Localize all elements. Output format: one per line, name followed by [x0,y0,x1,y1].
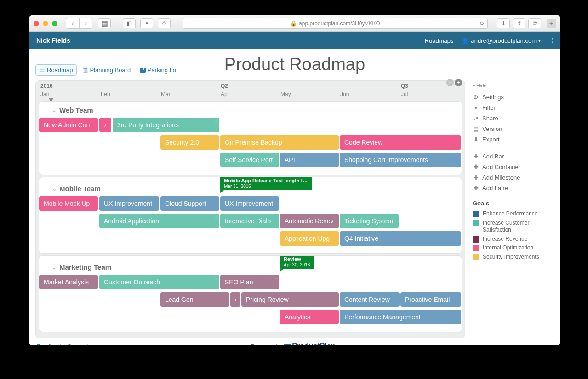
swatch-icon [473,254,479,260]
bar-new-admin[interactable]: New Admin Con [39,118,98,132]
timeline-header: 2016 Q2 Q3 Jan Feb Mar Apr May Jun Jul [36,81,465,99]
milestone-review[interactable]: Review Apr 30, 2016 [280,255,314,269]
address-bar[interactable]: 🔒 app.productplan.com/3H0yVKKO ⟳ [183,18,488,29]
content-area: − + 2016 Q2 Q3 Jan Feb Mar Apr May Jun J… [29,80,560,338]
bar-backup[interactable]: On Premise Backup [220,135,339,150]
user-icon: 👤 [462,37,469,44]
sidebar-add-container[interactable]: ✚Add Container [473,162,553,172]
goal-optimization[interactable]: Internal Optimization [473,243,553,253]
bar-shopping[interactable]: Shopping Cart Improvements [340,153,461,167]
roadmaps-link[interactable]: Roadmaps [425,37,454,44]
bar-new-admin-expand[interactable]: › [99,118,111,132]
swatch-icon [473,220,479,226]
lane-title-mobile-label: Mobile Team [59,185,101,192]
sidebar-settings[interactable]: ⚙Settings [473,92,553,102]
warning-icon[interactable]: ⚠ [158,18,171,28]
sidebar-add-milestone[interactable]: ✚Add Milestone [473,172,553,183]
bar-q4-initiative[interactable]: Q4 Initiative [340,231,461,246]
plus-icon: ✚ [473,185,479,192]
sidebar-share[interactable]: ↗Share [473,113,553,124]
sidebar-filter[interactable]: ▾Filter [473,102,553,113]
plus-icon: ✚ [473,164,479,170]
goal-revenue[interactable]: Increase Revenue [473,235,553,244]
bar-code-review[interactable]: Code Review [340,135,461,150]
bar-lead-gen[interactable]: Lead Gen [160,292,229,307]
tab-planning-board[interactable]: ▥ Planning Board [79,65,134,75]
tab-overview-button[interactable]: ▦ [98,18,111,28]
goals-heading: Goals [473,200,553,207]
bar-content-review[interactable]: Content Review [340,292,400,307]
window-controls [34,21,57,26]
sidebar-add-lane[interactable]: ✚Add Lane [473,183,553,193]
tabs-icon[interactable]: ⧉ [528,18,541,28]
bar-lead-gen-expand[interactable]: › [230,292,240,307]
lane-marketing-team: Review Apr 30, 2016 ⌄ Marketing Team Mar… [39,255,462,332]
reload-icon[interactable]: ⟳ [480,20,485,27]
milestone-title: Review [284,256,310,262]
wand-icon[interactable]: ✦ [140,18,153,28]
user-menu[interactable]: 👤 andre@productplan.com ▾ [462,37,541,44]
bar-api[interactable]: API [280,153,339,167]
fullscreen-button[interactable]: ⛶ [547,37,553,44]
nav-buttons: ‹ › [66,18,92,29]
goal-performance[interactable]: Enhance Performance [473,209,553,219]
lane-title-web[interactable]: ⌄ Web Team [39,105,462,118]
bar-security[interactable]: Security 2.0 [160,135,219,150]
bar-customer-outreach[interactable]: Customer Outreach≡ [99,275,219,289]
bar-mobile-mockup[interactable]: Mobile Mock Up [39,196,98,211]
bar-analytics[interactable]: Analytics [280,310,339,324]
support-link[interactable]: Support [68,343,89,345]
month-jul: Jul [401,91,408,97]
gear-icon: ⚙ [473,94,479,101]
year-label: 2016 [40,83,53,89]
goal-customer-sat[interactable]: Increase Customer Satisfaction [473,219,553,235]
footer-center: Powered by ProductPlan [88,342,498,345]
lock-icon: 🔒 [290,20,297,27]
bar-proactive-email[interactable]: Proactive Email [400,292,461,307]
milestone-mobile-release[interactable]: Mobile App Release Test length f… Mar 31… [220,177,312,190]
lane-title-marketing[interactable]: ⌄ Marketing Team [39,260,462,275]
hide-sidebar-button[interactable]: ▸ Hide [473,82,553,88]
tab-roadmap[interactable]: ☰ Roadmap [35,64,77,76]
export-icon: ⬇ [473,136,479,143]
bar-ux-improve1[interactable]: UX Improvement [99,196,159,211]
forward-button[interactable]: › [79,18,92,28]
q2-label: Q2 [221,83,228,89]
powered-by-label: Powered by [251,343,283,345]
tab-parking-lot[interactable]: P Parking Lot [136,65,181,75]
bar-android[interactable]: Android Application≡ [99,214,219,228]
back-button[interactable]: ‹ [66,18,79,28]
toolbar-icons: ◧ ✦ ⚠ [123,18,171,28]
url-text: app.productplan.com/3H0yVKKO [299,20,380,27]
bar-interactive-dialog[interactable]: Interactive Dialo [220,214,279,228]
extension-icon[interactable]: ◧ [123,18,136,28]
bar-ux-improve2[interactable]: UX Improvement [220,196,279,211]
goal-security[interactable]: Security Improvements [473,253,553,262]
new-tab-button[interactable]: + [547,19,556,28]
download-icon[interactable]: ⬇ [497,18,510,28]
tab-parking-label: Parking Lot [148,67,178,74]
board-icon: ▥ [82,67,88,74]
bar-3rd-party[interactable]: 3rd Party Integrations≡ [113,118,219,132]
sidebar-version[interactable]: ▤Version [473,124,553,134]
share-icon[interactable]: ⇪ [513,18,525,28]
swatch-icon [473,236,479,243]
minimize-window-button[interactable] [43,21,48,26]
bar-seo-plan[interactable]: SEO Plan≡ [220,275,279,289]
bar-self-service[interactable]: Self Service Port [220,153,279,167]
feedback-link[interactable]: Feedback [36,343,63,345]
bar-pricing-review[interactable]: Pricing Review [241,292,339,307]
bar-app-upgrade[interactable]: Application Upg [280,231,339,246]
parking-icon: P [140,68,146,73]
month-jun: Jun [340,91,349,97]
sidebar-export[interactable]: ⬇Export [473,134,553,145]
bar-performance-mgmt[interactable]: Performance Management [340,310,461,324]
close-window-button[interactable] [34,21,39,26]
bar-cloud-support[interactable]: Cloud Support [160,196,219,211]
sidebar-add-bar[interactable]: ✚Add Bar [473,151,553,162]
bar-market-analysis[interactable]: Market Analysis [39,275,98,289]
maximize-window-button[interactable] [52,21,57,26]
tab-planning-label: Planning Board [90,67,131,74]
bar-auto-renew[interactable]: Automatic Renev [280,214,339,228]
bar-ticketing[interactable]: Ticketing System [340,214,399,228]
